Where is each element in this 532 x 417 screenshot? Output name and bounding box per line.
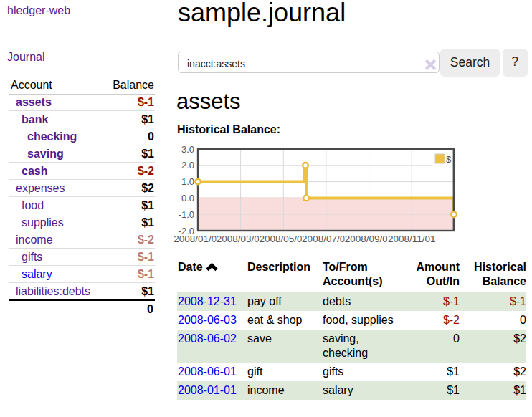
svg-text:1.0: 1.0 (181, 176, 194, 187)
svg-text:-1.0: -1.0 (179, 209, 194, 220)
svg-text:2008/11/01: 2008/11/01 (388, 234, 436, 244)
svg-text:2008/09/01: 2008/09/01 (345, 234, 394, 244)
svg-text:2008/01/01: 2008/01/01 (174, 234, 222, 244)
svg-text:$: $ (446, 154, 452, 165)
svg-text:2008/07/01: 2008/07/01 (302, 234, 351, 244)
svg-text:0.0: 0.0 (181, 193, 194, 203)
svg-text:3.0: 3.0 (181, 144, 194, 155)
svg-text:2008/05/01: 2008/05/01 (260, 234, 308, 244)
svg-text:2.0: 2.0 (181, 160, 194, 171)
svg-text:2008/03/01: 2008/03/01 (217, 234, 265, 244)
